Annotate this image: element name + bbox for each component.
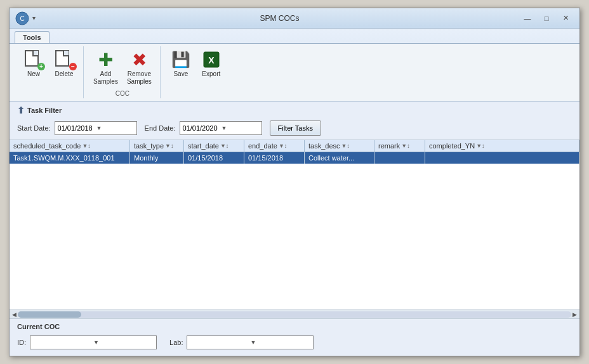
col-header-completed-yn: completed_YN ▼↕ — [425, 140, 579, 152]
ribbon-group-file: + New − Delete — [15, 46, 84, 98]
ribbon-group-io: 💾 Save X Export — [162, 46, 230, 98]
ribbon: Tools + New — [10, 29, 579, 101]
start-date-field: Start Date: 01/01/2018 ▼ — [17, 121, 137, 135]
filter-tasks-button[interactable]: Filter Tasks — [270, 120, 321, 136]
coc-lab-label: Lab: — [169, 339, 183, 346]
coc-lab-field: Lab: ▼ — [169, 335, 314, 349]
coc-id-dropdown-icon[interactable]: ▼ — [93, 339, 154, 346]
main-window: C ▾ SPM COCs — □ ✕ Tools + — [9, 8, 580, 356]
col-header-task-desc: task_desc ▼↕ — [305, 140, 374, 152]
remove-samples-button[interactable]: ✖ Remove Samples — [124, 48, 155, 88]
cell-end-date: 01/15/2018 — [244, 152, 305, 164]
save-button[interactable]: 💾 Save — [167, 48, 195, 80]
scroll-right-icon[interactable]: ▶ — [571, 311, 578, 318]
cell-scheduled-task-code: Task1.SWQM.M.XXX_0118_001 — [10, 152, 130, 164]
coc-id-field: ID: ▼ — [17, 335, 157, 349]
main-content: ⬆ Task Filter Start Date: 01/01/2018 ▼ E… — [10, 101, 579, 356]
start-date-dropdown-icon[interactable]: ▼ — [95, 125, 134, 131]
col-filter-icon-scheduled[interactable]: ▼↕ — [82, 143, 90, 149]
minimize-button[interactable]: — — [519, 12, 536, 25]
scrollbar-track[interactable] — [18, 311, 571, 318]
remove-samples-icon: ✖ — [129, 49, 149, 70]
start-date-value: 01/01/2018 — [58, 124, 95, 132]
coc-row: ID: ▼ Lab: ▼ — [17, 335, 572, 349]
quick-access-toolbar[interactable]: ▾ — [32, 15, 36, 22]
grid-body: Task1.SWQM.M.XXX_0118_001 Monthly 01/15/… — [10, 152, 579, 309]
new-button[interactable]: + New — [20, 48, 48, 80]
coc-id-dropdown[interactable]: ▼ — [30, 335, 157, 349]
title-bar: C ▾ SPM COCs — □ ✕ — [10, 8, 579, 29]
maximize-button[interactable]: □ — [538, 12, 555, 25]
col-filter-icon-task-type[interactable]: ▼↕ — [165, 143, 173, 149]
current-coc-title: Current COC — [17, 323, 572, 330]
new-label: New — [27, 70, 40, 78]
col-header-task-type: task_type ▼↕ — [130, 140, 184, 152]
scrollbar-thumb[interactable] — [18, 311, 81, 318]
coc-lab-dropdown-icon[interactable]: ▼ — [250, 339, 310, 346]
coc-id-label: ID: — [17, 339, 26, 346]
tab-tools[interactable]: Tools — [15, 31, 50, 43]
col-filter-icon-start-date[interactable]: ▼↕ — [220, 143, 228, 149]
svg-text:C: C — [20, 15, 24, 22]
ribbon-tab-bar: Tools — [10, 29, 579, 43]
cell-remark — [374, 152, 425, 164]
cell-completed-yn — [425, 152, 579, 164]
close-button[interactable]: ✕ — [557, 12, 574, 25]
end-date-field: End Date: 01/01/2020 ▼ — [145, 121, 262, 135]
start-date-input[interactable]: 01/01/2018 ▼ — [55, 121, 137, 135]
task-filter-title: Task Filter — [27, 107, 62, 114]
start-date-label: Start Date: — [17, 124, 51, 132]
end-date-value: 01/01/2020 — [183, 124, 220, 132]
table-row[interactable]: Task1.SWQM.M.XXX_0118_001 Monthly 01/15/… — [10, 152, 579, 164]
task-filter-arrow-icon: ⬆ — [17, 105, 25, 115]
col-header-scheduled-task-code: scheduled_task_code ▼↕ — [10, 140, 130, 152]
window-title: SPM COCs — [41, 14, 519, 23]
window-controls: — □ ✕ — [519, 12, 574, 25]
ribbon-group-file-items: + New − Delete — [20, 48, 78, 80]
save-icon: 💾 — [171, 49, 191, 70]
grid-section: scheduled_task_code ▼↕ task_type ▼↕ star… — [10, 140, 579, 318]
horizontal-scrollbar[interactable]: ◀ ▶ — [10, 309, 579, 318]
col-header-start-date: start_date ▼↕ — [184, 140, 244, 152]
col-filter-icon-end-date[interactable]: ▼↕ — [279, 143, 287, 149]
delete-label: Delete — [55, 70, 74, 78]
scroll-left-icon[interactable]: ◀ — [11, 311, 18, 318]
add-samples-label: Add Samples — [93, 70, 118, 86]
task-filter-header: ⬆ Task Filter — [17, 105, 572, 115]
delete-button[interactable]: − Delete — [50, 48, 78, 80]
new-icon: + — [23, 49, 44, 70]
save-label: Save — [173, 70, 188, 78]
svg-text:X: X — [208, 55, 215, 65]
end-date-dropdown-icon[interactable]: ▼ — [220, 125, 259, 131]
delete-icon: − — [54, 49, 74, 70]
task-filter-section: ⬆ Task Filter Start Date: 01/01/2018 ▼ E… — [10, 101, 579, 140]
col-filter-icon-completed[interactable]: ▼↕ — [476, 143, 484, 149]
end-date-label: End Date: — [145, 124, 176, 132]
task-filter-row: Start Date: 01/01/2018 ▼ End Date: 01/01… — [17, 120, 572, 136]
col-filter-icon-remark[interactable]: ▼↕ — [401, 143, 409, 149]
export-button[interactable]: X Export — [197, 48, 225, 80]
ribbon-group-io-items: 💾 Save X Export — [167, 48, 225, 80]
cell-start-date: 01/15/2018 — [184, 152, 244, 164]
grid-header: scheduled_task_code ▼↕ task_type ▼↕ star… — [10, 140, 579, 152]
ribbon-content: + New − Delete — [10, 43, 579, 101]
current-coc-section: Current COC ID: ▼ Lab: ▼ — [10, 318, 579, 356]
end-date-input[interactable]: 01/01/2020 ▼ — [180, 121, 262, 135]
col-header-remark: remark ▼↕ — [374, 140, 425, 152]
ribbon-group-coc: ✚ Add Samples ✖ Remove Samples COC — [85, 46, 161, 98]
coc-group-label: COC — [116, 90, 129, 97]
export-icon: X — [201, 49, 222, 70]
add-samples-button[interactable]: ✚ Add Samples — [90, 48, 121, 88]
remove-samples-label: Remove Samples — [127, 70, 152, 86]
export-label: Export — [202, 70, 220, 78]
ribbon-group-coc-items: ✚ Add Samples ✖ Remove Samples — [90, 48, 155, 88]
app-icon: C — [15, 11, 30, 26]
col-filter-icon-task-desc[interactable]: ▼↕ — [341, 143, 350, 149]
col-header-end-date: end_date ▼↕ — [244, 140, 305, 152]
coc-lab-dropdown[interactable]: ▼ — [187, 335, 314, 349]
add-samples-icon: ✚ — [95, 49, 116, 70]
cell-task-type: Monthly — [130, 152, 184, 164]
cell-task-desc: Collect water... — [305, 152, 374, 164]
